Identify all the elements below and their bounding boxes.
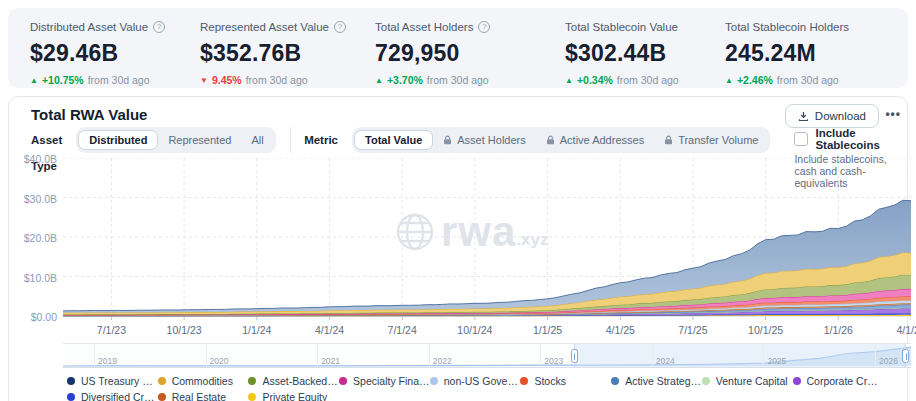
legend-dot [520, 377, 528, 385]
x-tick-label: 10/1/24 [457, 324, 492, 336]
legend-item-private-equity[interactable]: Private Equity [248, 390, 339, 401]
y-tick-label: $10.0B [13, 272, 57, 284]
legend-item-us-treasury-debt[interactable]: US Treasury Debt [67, 374, 158, 388]
y-axis: $40.0B $30.0B $20.0B $10.0B $0.00 [13, 158, 57, 316]
stat-value: 729,950 [375, 40, 565, 67]
legend-dot [158, 377, 166, 385]
stat-value: $352.76B [200, 40, 375, 67]
stat-card-total-stablecoin-value: Total Stablecoin Value $302.44B ▲+0.34%f… [565, 21, 725, 88]
rwa-dashboard: Distributed Asset Value? $29.46B ▲+10.75… [0, 0, 916, 401]
metric-option-transfer-volume[interactable]: Transfer Volume [654, 131, 768, 149]
stacked-area-chart[interactable]: rwa.xyz [63, 158, 911, 321]
x-tick-label: 1/1/24 [242, 324, 271, 336]
legend-item-venture-capital[interactable]: Venture Capital [702, 374, 793, 388]
legend-dot [430, 377, 438, 385]
legend-dot [248, 377, 256, 385]
x-tick-label: 10/1/23 [167, 324, 202, 336]
stat-value: $29.46B [30, 40, 200, 67]
delta-arrow-icon: ▲ [30, 76, 38, 85]
metric-option-total-value[interactable]: Total Value [354, 130, 433, 150]
lock-icon [443, 135, 452, 145]
stat-label: Total Stablecoin Holders [725, 21, 849, 33]
legend-dot [158, 393, 166, 401]
legend-dot [67, 377, 75, 385]
selected-range[interactable] [574, 344, 906, 367]
delta-arrow-icon: ▲ [375, 76, 383, 85]
range-handle-right[interactable] [902, 349, 909, 363]
minimap-year-separator [206, 344, 207, 367]
delta-arrow-icon: ▼ [200, 76, 208, 85]
stat-label: Total Stablecoin Value [565, 21, 678, 33]
y-tick-label: $20.0B [13, 232, 57, 244]
stat-card-total-stablecoin-holders: Total Stablecoin Holders 245.24M ▲+2.46%… [725, 21, 908, 88]
legend-item-non-us-government-debt[interactable]: non-US Government Debt [430, 374, 521, 388]
legend-dot [702, 377, 710, 385]
minimap-year-label: 2023 [544, 356, 563, 366]
metric-option-active-addresses[interactable]: Active Addresses [536, 131, 654, 149]
legend-item-real-estate[interactable]: Real Estate [158, 390, 249, 401]
x-tick-label: 4/1/25 [606, 324, 635, 336]
timeline-range-selector[interactable]: 20192020202120222023202420252026 [63, 343, 911, 368]
legend-item-active-strategies[interactable]: Active Strategies [611, 374, 702, 388]
chart-legend: US Treasury Debt Commodities Asset-Backe… [67, 374, 883, 401]
minimap-year-separator [875, 344, 876, 367]
x-tick-label: 7/1/25 [678, 324, 707, 336]
download-icon [798, 111, 809, 122]
y-tick-label: $30.0B [13, 193, 57, 205]
x-tick-label: 1/1/25 [533, 324, 562, 336]
minimap-year-label: 2022 [433, 356, 452, 366]
info-icon[interactable]: ? [478, 21, 490, 33]
asset-type-option-distributed[interactable]: Distributed [78, 130, 158, 150]
x-tick-label: 4/1/24 [315, 324, 344, 336]
stat-label: Distributed Asset Value [30, 21, 148, 33]
minimap-year-label: 2026 [879, 356, 898, 366]
x-tick-label: 4/1/26 [896, 324, 916, 336]
minimap-year-label: 2025 [767, 356, 786, 366]
asset-type-segmented-control: Distributed Represented All [76, 127, 275, 153]
include-stablecoins-checkbox[interactable] [794, 132, 808, 146]
page-title: Total RWA Value [31, 106, 147, 123]
stat-delta: ▲+3.70%from 30d ago [375, 74, 565, 86]
download-button[interactable]: Download [785, 104, 879, 128]
stat-label: Represented Asset Value [200, 21, 329, 33]
delta-arrow-icon: ▲ [725, 76, 733, 85]
asset-type-option-all[interactable]: All [241, 131, 273, 149]
x-tick-label: 7/1/24 [388, 324, 417, 336]
minimap-year-separator [317, 344, 318, 367]
legend-dot [248, 393, 256, 401]
legend-dot [793, 377, 801, 385]
legend-item-stocks[interactable]: Stocks [520, 374, 611, 388]
stat-value: $302.44B [565, 40, 725, 67]
stat-label: Total Asset Holders [375, 21, 473, 33]
legend-item-specialty-finance[interactable]: Specialty Finance [339, 374, 430, 388]
legend-dot [339, 377, 347, 385]
y-tick-label: $0.00 [13, 311, 57, 323]
minimap-year-label: 2019 [98, 356, 117, 366]
range-handle-left[interactable] [571, 349, 578, 363]
stat-delta: ▲+0.34%from 30d ago [565, 74, 725, 86]
asset-type-option-represented[interactable]: Represented [158, 131, 241, 149]
minimap-year-label: 2024 [656, 356, 675, 366]
legend-item-corporate-credit[interactable]: Corporate Credit [793, 374, 884, 388]
minimap-year-separator [763, 344, 764, 367]
legend-item-asset-backed-credit[interactable]: Asset-Backed Credit [248, 374, 339, 388]
delta-arrow-icon: ▲ [565, 76, 573, 85]
metric-option-asset-holders[interactable]: Asset Holders [433, 131, 535, 149]
stat-delta: ▼9.45%from 30d ago [200, 74, 375, 86]
stat-delta: ▲+10.75%from 30d ago [30, 74, 200, 86]
minimap-year-separator [429, 344, 430, 367]
minimap-year-separator [94, 344, 95, 367]
info-icon[interactable]: ? [153, 21, 165, 33]
stat-card-represented-asset-value: Represented Asset Value? $352.76B ▼9.45%… [200, 21, 375, 88]
stat-card-distributed-asset-value: Distributed Asset Value? $29.46B ▲+10.75… [30, 21, 200, 88]
info-icon[interactable]: ? [334, 21, 346, 33]
legend-item-diversified-credit[interactable]: Diversified Credit [67, 390, 158, 401]
stats-summary-bar: Distributed Asset Value? $29.46B ▲+10.75… [8, 8, 908, 88]
legend-item-commodities[interactable]: Commodities [158, 374, 249, 388]
lock-icon [546, 135, 555, 145]
chart-panel: Total RWA Value Download ••• Asset Type … [8, 96, 908, 401]
checkbox-label: Include Stablecoins [815, 127, 907, 151]
legend-dot [67, 393, 75, 401]
more-options-button[interactable]: ••• [881, 103, 905, 125]
minimap-year-separator [540, 344, 541, 367]
